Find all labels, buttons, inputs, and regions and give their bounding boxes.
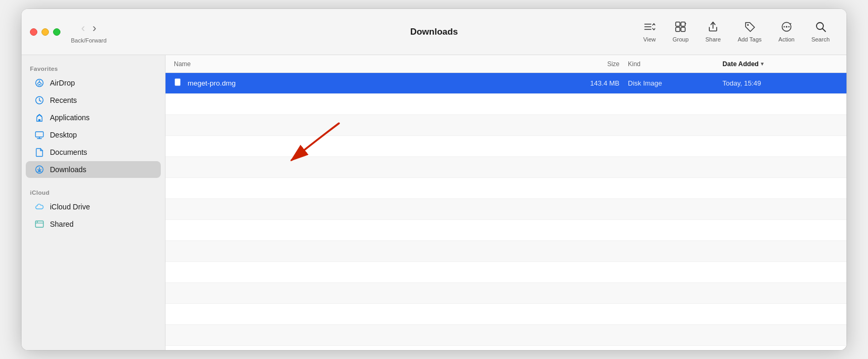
- recents-icon: [34, 95, 45, 105]
- svg-point-10: [783, 26, 784, 27]
- minimize-button[interactable]: [42, 28, 49, 36]
- empty-row: [166, 325, 846, 346]
- search-label: Search: [811, 36, 830, 43]
- svg-rect-17: [38, 119, 40, 121]
- empty-row: [166, 283, 846, 304]
- empty-row: [166, 304, 846, 325]
- empty-row: [166, 262, 846, 283]
- view-label: View: [643, 36, 656, 43]
- svg-rect-23: [36, 221, 44, 227]
- sidebar-item-applications[interactable]: Applications: [26, 109, 161, 126]
- sidebar-item-airdrop[interactable]: AirDrop: [26, 75, 161, 91]
- recents-label: Recents: [50, 96, 77, 104]
- sidebar-item-downloads[interactable]: Downloads: [26, 161, 161, 178]
- svg-point-15: [39, 80, 40, 81]
- main-content-wrapper: Name Size Kind Date Added ▾: [166, 55, 846, 350]
- svg-point-9: [786, 26, 787, 28]
- col-header-size[interactable]: Size: [560, 60, 628, 68]
- svg-rect-6: [681, 27, 685, 31]
- desktop-icon: [34, 130, 45, 140]
- add-tags-label: Add Tags: [738, 36, 762, 43]
- file-list: meget-pro.dmg 143.4 MB Disk Image Today,…: [166, 73, 846, 350]
- sidebar-item-recents[interactable]: Recents: [26, 92, 161, 109]
- airdrop-icon: [34, 78, 45, 88]
- nav-arrows: ‹ ›: [78, 20, 100, 36]
- file-date: Today, 15:49: [722, 79, 838, 87]
- share-label: Share: [706, 36, 721, 43]
- sidebar-item-desktop[interactable]: Desktop: [26, 126, 161, 143]
- forward-button[interactable]: ›: [89, 20, 99, 36]
- empty-row: [166, 241, 846, 262]
- svg-rect-4: [681, 22, 685, 26]
- icloud-drive-icon: [34, 202, 45, 212]
- maximize-button[interactable]: [53, 28, 60, 36]
- empty-row: [166, 115, 846, 136]
- view-button[interactable]: View: [635, 18, 664, 46]
- svg-rect-5: [676, 27, 680, 31]
- sidebar-item-icloud-drive[interactable]: iCloud Drive: [26, 198, 161, 215]
- action-icon: [781, 21, 792, 34]
- share-button[interactable]: Share: [697, 18, 729, 46]
- icloud-section-label: iCloud: [22, 185, 165, 198]
- airdrop-label: AirDrop: [50, 79, 75, 87]
- applications-icon: [34, 112, 45, 123]
- empty-row: [166, 199, 846, 220]
- sidebar-item-shared[interactable]: Shared: [26, 216, 161, 233]
- group-icon: [675, 21, 686, 34]
- nav-section: ‹ › Back/Forward: [71, 20, 107, 44]
- search-icon: [815, 21, 826, 34]
- action-button[interactable]: Action: [770, 18, 803, 46]
- svg-point-7: [747, 24, 749, 26]
- desktop-label: Desktop: [50, 131, 77, 139]
- col-header-date[interactable]: Date Added ▾: [722, 60, 838, 68]
- file-size: 143.4 MB: [560, 79, 628, 87]
- backforward-label: Back/Forward: [71, 38, 107, 44]
- traffic-lights: [30, 28, 60, 36]
- chevron-down-icon: ▾: [761, 61, 763, 67]
- search-button[interactable]: Search: [803, 18, 838, 46]
- file-icon: [174, 78, 182, 89]
- sidebar-item-documents[interactable]: Documents: [26, 144, 161, 161]
- close-button[interactable]: [30, 28, 37, 36]
- column-headers: Name Size Kind Date Added ▾: [166, 55, 846, 73]
- shared-icon: [34, 219, 45, 229]
- share-icon: [707, 21, 719, 34]
- svg-rect-3: [676, 22, 680, 26]
- content-area: Favorites AirDrop: [22, 55, 846, 350]
- svg-rect-25: [175, 79, 180, 86]
- svg-line-13: [822, 29, 825, 32]
- empty-row: [166, 157, 846, 178]
- add-tags-icon: [744, 21, 756, 34]
- toolbar: View Group: [635, 18, 838, 46]
- downloads-label: Downloads: [50, 165, 86, 174]
- group-label: Group: [673, 36, 689, 43]
- add-tags-button[interactable]: Add Tags: [729, 18, 770, 46]
- documents-icon: [34, 147, 45, 157]
- group-button[interactable]: Group: [664, 18, 697, 46]
- main-content: Name Size Kind Date Added ▾: [166, 55, 846, 350]
- back-button[interactable]: ‹: [78, 20, 88, 36]
- svg-point-11: [788, 26, 789, 27]
- icloud-drive-label: iCloud Drive: [50, 203, 90, 211]
- applications-label: Applications: [50, 113, 90, 122]
- shared-label: Shared: [50, 220, 74, 228]
- documents-label: Documents: [50, 148, 87, 156]
- col-header-name[interactable]: Name: [174, 60, 560, 68]
- window-title: Downloads: [410, 27, 458, 37]
- svg-rect-18: [36, 132, 44, 137]
- view-icon: [644, 21, 655, 34]
- favorites-section-label: Favorites: [22, 61, 165, 74]
- file-name: meget-pro.dmg: [188, 79, 560, 87]
- empty-row: [166, 220, 846, 241]
- svg-point-24: [37, 221, 38, 223]
- titlebar: ‹ › Back/Forward Downloads View: [22, 9, 846, 55]
- svg-point-14: [36, 79, 43, 87]
- finder-window: ‹ › Back/Forward Downloads View: [22, 9, 846, 350]
- table-row[interactable]: meget-pro.dmg 143.4 MB Disk Image Today,…: [166, 73, 846, 94]
- col-header-kind[interactable]: Kind: [628, 60, 722, 68]
- sidebar: Favorites AirDrop: [22, 55, 166, 350]
- empty-row: [166, 136, 846, 157]
- file-kind: Disk Image: [628, 79, 722, 87]
- empty-row: [166, 94, 846, 115]
- downloads-icon: [34, 164, 45, 175]
